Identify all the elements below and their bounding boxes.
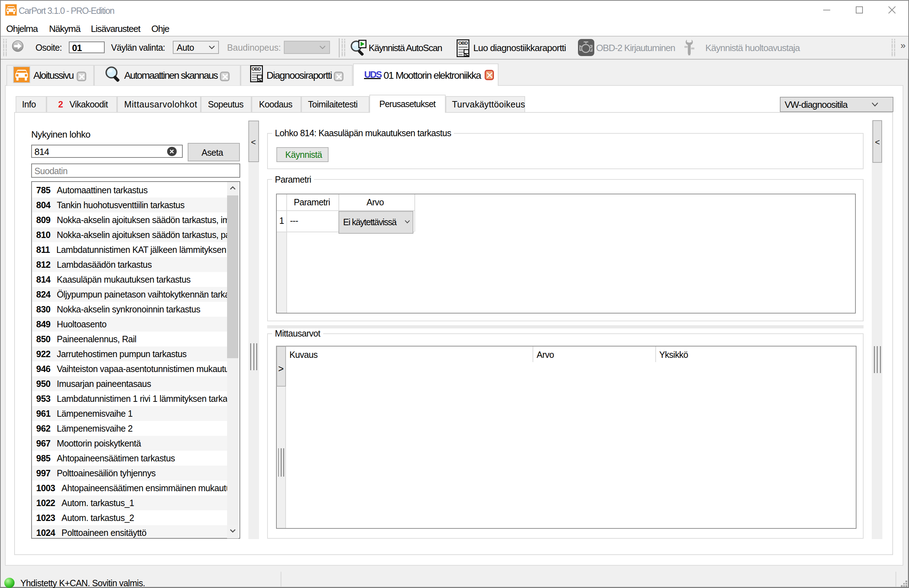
svg-text:OBD: OBD — [252, 67, 261, 72]
svg-text:OBD: OBD — [458, 40, 467, 46]
